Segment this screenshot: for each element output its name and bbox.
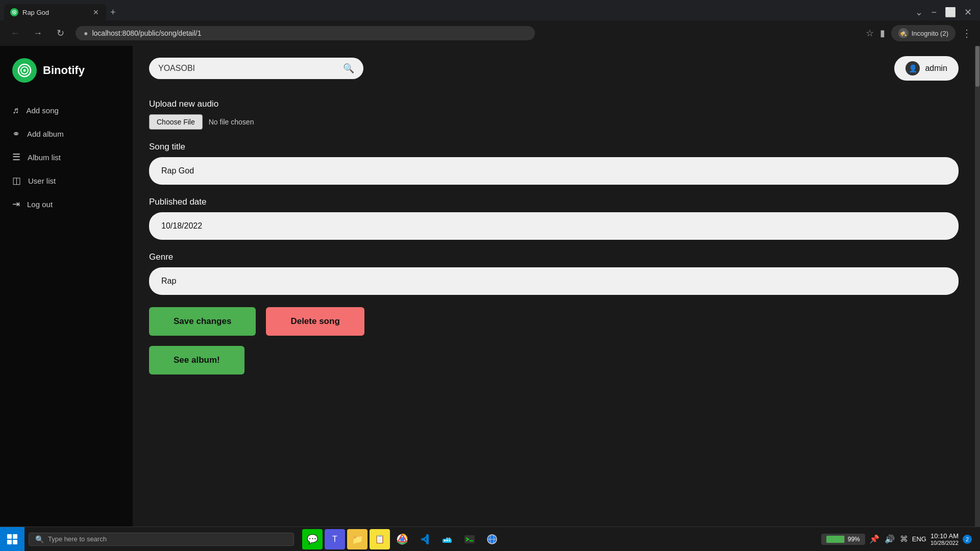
speaker-icon[interactable]: 🔊 xyxy=(885,534,895,544)
active-tab[interactable]: Rap God ✕ xyxy=(4,4,106,20)
incognito-label: Incognito (2) xyxy=(912,30,948,37)
svg-rect-11 xyxy=(447,540,448,541)
incognito-btn[interactable]: 🕵 Incognito (2) xyxy=(891,25,955,41)
close-btn[interactable]: ✕ xyxy=(964,7,972,18)
date: 10/28/2022 xyxy=(930,540,959,546)
album-icon: ⚭ xyxy=(12,128,20,139)
search-bar[interactable]: YOASOBI 🔍 xyxy=(149,58,363,79)
genre-group: Genre xyxy=(149,252,959,295)
album-list-label: Album list xyxy=(28,153,61,162)
tab-favicon xyxy=(10,8,18,16)
user-list-label: User list xyxy=(28,177,56,185)
notification-badge[interactable]: 2 xyxy=(963,535,972,544)
pin-icon: 📌 xyxy=(869,534,879,544)
taskbar-line-app[interactable]: 💬 xyxy=(302,529,323,549)
see-album-row: See album! xyxy=(149,346,959,374)
security-icon: ● xyxy=(84,29,88,37)
sidebar-item-add-song[interactable]: ♬ Add song xyxy=(0,99,133,122)
battery-pct: 99% xyxy=(848,536,860,543)
tab-list-icon[interactable]: ⌄ xyxy=(915,7,923,18)
battery-area: 99% xyxy=(821,534,865,545)
svg-point-2 xyxy=(14,12,15,13)
svg-rect-15 xyxy=(464,535,475,543)
user-button[interactable]: 👤 admin xyxy=(894,56,959,81)
upload-section: Upload new audio Choose File No file cho… xyxy=(149,99,959,130)
browser-chrome: Rap God ✕ + ⌄ − ⬜ ✕ ← → ↻ ● localhost:80… xyxy=(0,0,980,46)
main-content: YOASOBI 🔍 👤 admin Upload new audio Choos… xyxy=(133,46,975,551)
svg-rect-10 xyxy=(444,540,446,541)
new-tab-btn[interactable]: + xyxy=(106,5,120,20)
sidebar: Binotify ♬ Add song ⚭ Add album ☰ Album … xyxy=(0,46,133,551)
back-btn[interactable]: ← xyxy=(8,26,22,40)
list-icon: ☰ xyxy=(12,152,20,163)
browser-actions: ☆ ▮ 🕵 Incognito (2) ⋮ xyxy=(866,25,972,41)
see-album-btn[interactable]: See album! xyxy=(149,346,244,374)
taskbar-explorer-app[interactable]: 📁 xyxy=(347,529,368,549)
start-button[interactable] xyxy=(0,527,24,552)
avatar: 👤 xyxy=(905,61,920,76)
taskbar-right: 99% 📌 🔊 ⌘ ENG 10:10 AM 10/28/2022 2 xyxy=(821,532,980,546)
window-controls: ⌄ − ⬜ ✕ xyxy=(915,7,976,18)
music-note-icon: ♬ xyxy=(12,105,19,116)
taskbar-terminal-app[interactable] xyxy=(459,529,480,549)
add-song-label: Add song xyxy=(27,106,59,115)
svg-rect-13 xyxy=(447,538,448,539)
scrollbar[interactable] xyxy=(975,46,980,551)
taskbar-apps: 💬 T 📁 📋 xyxy=(298,529,506,549)
action-buttons: Save changes Delete song xyxy=(149,307,959,336)
taskbar-web-app[interactable] xyxy=(482,529,502,549)
logo-icon xyxy=(12,58,37,83)
taskbar-vscode-app[interactable] xyxy=(414,529,435,549)
sidebar-item-add-album[interactable]: ⚭ Add album xyxy=(0,122,133,145)
taskbar: 🔍 Type here to search 💬 T 📁 📋 xyxy=(0,527,980,551)
battery-fill xyxy=(826,536,845,543)
address-bar: ← → ↻ ● localhost:8080/public/song/detai… xyxy=(0,20,980,46)
genre-label: Genre xyxy=(149,252,959,262)
maximize-btn[interactable]: ⬜ xyxy=(945,7,956,18)
url-bar[interactable]: ● localhost:8080/public/song/detail/1 xyxy=(76,26,535,40)
tab-bar: Rap God ✕ + ⌄ − ⬜ ✕ xyxy=(0,0,980,20)
minimize-btn[interactable]: − xyxy=(931,7,937,18)
url-text: localhost:8080/public/song/detail/1 xyxy=(92,29,527,37)
taskbar-sticky-app[interactable]: 📋 xyxy=(370,529,390,549)
browser-menu-icon[interactable]: ⋮ xyxy=(962,27,972,39)
taskbar-teams-app[interactable]: T xyxy=(325,529,345,549)
user-list-icon: ◫ xyxy=(12,175,21,186)
svg-rect-12 xyxy=(449,540,450,541)
delete-song-btn[interactable]: Delete song xyxy=(266,307,364,336)
logo-area: Binotify xyxy=(0,58,133,99)
wifi-icon: ⌘ xyxy=(900,534,908,544)
sidebar-item-logout[interactable]: ⇥ Log out xyxy=(0,192,133,216)
taskbar-chrome-app[interactable] xyxy=(392,529,412,549)
logout-icon: ⇥ xyxy=(12,198,20,210)
scrollbar-thumb[interactable] xyxy=(975,46,979,87)
search-icon[interactable]: 🔍 xyxy=(343,63,354,74)
save-changes-btn[interactable]: Save changes xyxy=(149,307,256,336)
upload-label: Upload new audio xyxy=(149,99,959,109)
windows-icon xyxy=(7,534,17,544)
svg-rect-8 xyxy=(426,534,429,544)
header: YOASOBI 🔍 👤 admin xyxy=(133,46,975,91)
sidebar-toggle-icon[interactable]: ▮ xyxy=(880,28,885,39)
taskbar-search-text: Type here to search xyxy=(48,535,107,543)
tab-close-btn[interactable]: ✕ xyxy=(92,8,100,16)
sidebar-item-user-list[interactable]: ◫ User list xyxy=(0,169,133,192)
forward-btn[interactable]: → xyxy=(31,26,45,40)
no-file-text: No file chosen xyxy=(209,118,254,126)
genre-input[interactable] xyxy=(149,267,959,295)
published-date-input[interactable] xyxy=(149,212,959,240)
svg-rect-14 xyxy=(449,538,450,539)
choose-file-btn[interactable]: Choose File xyxy=(149,114,203,130)
header-right: 👤 admin xyxy=(894,56,959,81)
published-date-label: Published date xyxy=(149,197,959,207)
sidebar-item-album-list[interactable]: ☰ Album list xyxy=(0,145,133,169)
taskbar-search[interactable]: 🔍 Type here to search xyxy=(29,533,294,546)
star-icon[interactable]: ☆ xyxy=(866,28,874,39)
taskbar-docker-app[interactable] xyxy=(437,529,457,549)
song-title-group: Song title xyxy=(149,142,959,185)
song-title-input[interactable] xyxy=(149,157,959,185)
incognito-icon: 🕵 xyxy=(898,28,909,38)
tab-title: Rap God xyxy=(22,9,88,16)
reload-btn[interactable]: ↻ xyxy=(53,26,67,40)
language-label: ENG xyxy=(912,535,926,543)
